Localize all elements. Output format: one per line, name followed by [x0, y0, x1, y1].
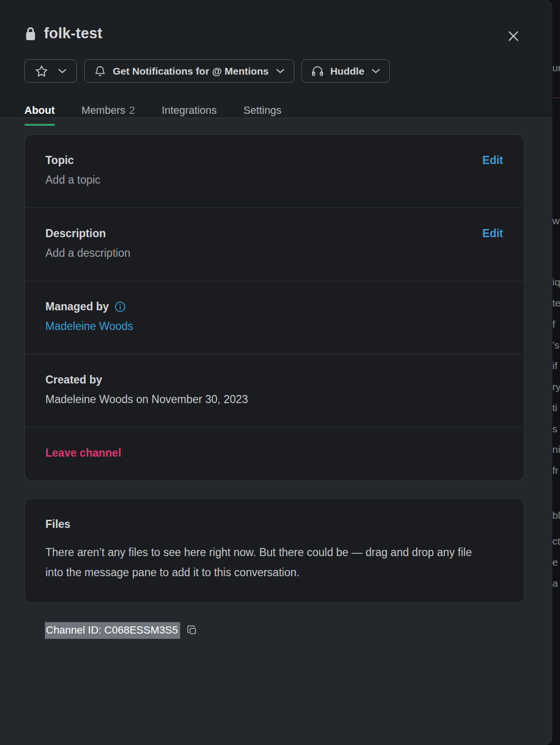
chevron-down-icon: [371, 68, 380, 74]
description-row: Description Add a description Edit: [25, 208, 524, 281]
bg-text-fragment: ry: [552, 381, 560, 393]
edit-topic-link[interactable]: Edit: [483, 154, 503, 167]
bg-text-fragment: ct: [552, 536, 560, 547]
bg-text-fragment: ur: [552, 62, 560, 74]
headphones-icon: [311, 65, 324, 77]
copy-icon: [186, 631, 198, 638]
tab-settings[interactable]: Settings: [243, 103, 281, 118]
star-icon: [34, 64, 49, 78]
member-count: 2: [129, 104, 135, 117]
about-tab-panel: Topic Add a topic Edit Description Add a…: [0, 118, 552, 639]
tab-label: Members: [82, 104, 126, 117]
tab-bar: About Members 2 Integrations Settings: [24, 103, 529, 118]
files-card: Files There aren’t any files to see here…: [24, 498, 525, 603]
bg-text-fragment: if: [552, 360, 558, 372]
bg-text-fragment: w: [552, 215, 560, 227]
screen: ur w iq te f ’s if ry ti s ni fr bl ct e…: [0, 0, 560, 745]
bg-text-fragment: fr: [552, 465, 559, 476]
tab-members[interactable]: Members 2: [82, 103, 135, 118]
files-empty-text: There aren’t any files to see here right…: [45, 542, 490, 582]
notifications-button-label: Get Notifications for @ Mentions: [113, 66, 269, 77]
chevron-down-icon: [58, 68, 67, 74]
managed-by-row: Managed by Madeleine Woods: [25, 281, 524, 354]
managed-by-label: Managed by: [45, 300, 503, 313]
files-label: Files: [45, 518, 503, 531]
edit-description-link[interactable]: Edit: [483, 227, 503, 240]
channel-actions: Get Notifications for @ Mentions Huddle: [24, 59, 529, 83]
info-icon[interactable]: [114, 301, 126, 313]
channel-title: folk-test: [44, 25, 102, 42]
tab-label: Integrations: [162, 104, 216, 117]
topic-value: Add a topic: [45, 174, 503, 186]
tab-about[interactable]: About: [24, 103, 55, 118]
background-window-sliver: ur w iq te f ’s if ry ti s ni fr bl ct e…: [552, 0, 560, 745]
unread-divider-fragment: [552, 98, 560, 98]
created-by-label: Created by: [45, 373, 503, 386]
bg-text-fragment: f: [552, 318, 555, 330]
description-value: Add a description: [45, 247, 503, 260]
channel-id-row: Channel ID: C068ESSM3S5: [24, 622, 552, 639]
bg-text-fragment: s: [552, 423, 558, 435]
tab-label: Settings: [243, 104, 281, 117]
bg-text-fragment: iq: [552, 276, 560, 288]
huddle-button-label: Huddle: [330, 66, 364, 77]
created-by-row: Created by Madeleine Woods on November 3…: [25, 354, 524, 427]
managed-by-user-link[interactable]: Madeleine Woods: [45, 320, 133, 333]
close-button[interactable]: [504, 27, 523, 45]
bg-text-fragment: ti: [552, 402, 558, 414]
bg-text-fragment: a: [552, 578, 558, 589]
tab-label: About: [24, 104, 55, 117]
description-label: Description: [45, 227, 503, 240]
topic-label: Topic: [45, 154, 503, 167]
tab-integrations[interactable]: Integrations: [162, 103, 216, 118]
star-channel-button[interactable]: [24, 59, 77, 83]
bg-text-fragment: te: [552, 297, 560, 309]
bg-text-fragment: ’s: [552, 340, 560, 351]
channel-info-card: Topic Add a topic Edit Description Add a…: [24, 134, 525, 481]
chevron-down-icon: [276, 68, 285, 74]
leave-channel-link[interactable]: Leave channel: [45, 447, 121, 459]
huddle-button[interactable]: Huddle: [302, 59, 390, 83]
copy-channel-id-button[interactable]: [185, 624, 199, 637]
topic-row: Topic Add a topic Edit: [25, 135, 524, 208]
channel-details-modal: folk-test: [0, 0, 552, 745]
close-icon: [506, 38, 521, 45]
bg-text-fragment: bl: [552, 510, 560, 521]
lock-icon: [24, 26, 37, 41]
bell-icon: [94, 65, 107, 77]
modal-header: folk-test: [0, 0, 552, 118]
channel-id-text[interactable]: Channel ID: C068ESSM3S5: [45, 622, 180, 639]
bg-text-fragment: ni: [552, 444, 560, 455]
created-by-value: Madeleine Woods on November 30, 2023: [45, 393, 503, 406]
leave-channel-row: Leave channel: [25, 427, 524, 481]
bg-text-fragment: e: [552, 557, 558, 568]
notifications-button[interactable]: Get Notifications for @ Mentions: [84, 59, 294, 83]
